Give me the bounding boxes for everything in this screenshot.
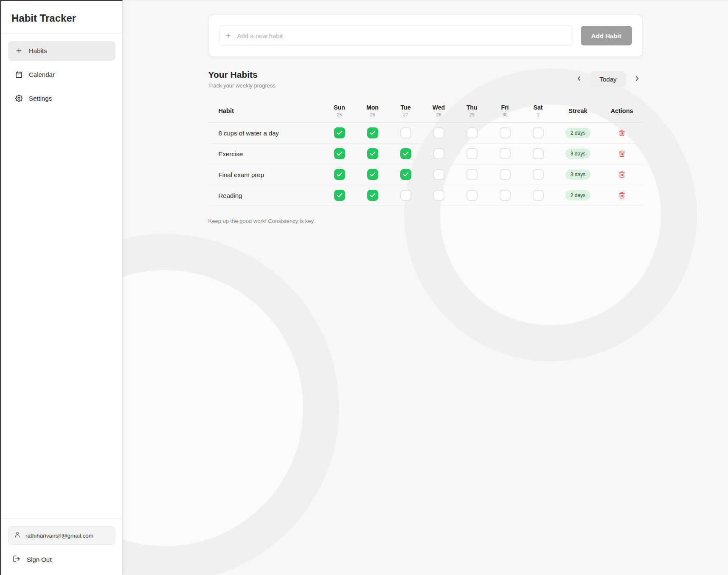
habit-checkbox[interactable] bbox=[433, 127, 444, 138]
habit-checkbox[interactable] bbox=[500, 127, 511, 138]
habit-checkbox[interactable] bbox=[367, 127, 378, 138]
plus-icon bbox=[15, 47, 22, 54]
habit-checkbox[interactable] bbox=[500, 148, 511, 159]
streak-badge: 2 days bbox=[565, 190, 590, 200]
sidebar-item-label: Calendar bbox=[29, 71, 55, 78]
streak-cell: 2 days bbox=[555, 190, 602, 200]
day-check-cell bbox=[422, 127, 455, 138]
habit-checkbox[interactable] bbox=[367, 169, 378, 180]
habit-checkbox[interactable] bbox=[533, 127, 544, 138]
sidebar-item-calendar[interactable]: Calendar bbox=[8, 65, 115, 85]
habit-name: Reading bbox=[208, 192, 323, 199]
previous-week-button[interactable] bbox=[573, 73, 585, 85]
sidebar-item-habits[interactable]: Habits bbox=[8, 41, 115, 61]
day-check-cell bbox=[455, 127, 489, 138]
day-name: Fri bbox=[489, 104, 522, 111]
habit-checkbox[interactable] bbox=[400, 148, 411, 159]
calendar-icon bbox=[15, 71, 22, 78]
habit-checkbox[interactable] bbox=[433, 169, 444, 180]
habit-name: 8 cups of water a day bbox=[208, 130, 323, 137]
habit-checkbox[interactable] bbox=[500, 190, 511, 201]
delete-habit-button[interactable] bbox=[617, 170, 627, 179]
day-check-cell bbox=[389, 148, 422, 159]
section-title: Your Habits bbox=[208, 70, 275, 80]
habit-checkbox[interactable] bbox=[400, 190, 411, 201]
check-icon bbox=[369, 192, 376, 199]
chevron-left-icon bbox=[575, 75, 583, 84]
habit-checkbox[interactable] bbox=[334, 127, 345, 138]
habit-checkbox[interactable] bbox=[400, 169, 411, 180]
day-check-cell bbox=[356, 190, 389, 201]
sidebar: Habit Tracker Habits Calendar Settings bbox=[0, 0, 123, 575]
day-check-cell bbox=[356, 148, 389, 159]
sidebar-item-label: Habits bbox=[29, 47, 47, 54]
day-check-cell bbox=[422, 190, 455, 201]
habit-checkbox[interactable] bbox=[533, 148, 544, 159]
chevron-right-icon bbox=[633, 75, 641, 84]
delete-habit-button[interactable] bbox=[617, 191, 627, 200]
habit-checkbox[interactable] bbox=[334, 148, 345, 159]
habit-checkbox[interactable] bbox=[334, 169, 345, 180]
streak-cell: 3 days bbox=[555, 149, 602, 159]
day-check-cell bbox=[356, 127, 389, 138]
sidebar-item-settings[interactable]: Settings bbox=[8, 88, 115, 108]
check-icon bbox=[369, 171, 376, 178]
habit-checkbox[interactable] bbox=[367, 190, 378, 201]
check-icon bbox=[402, 171, 409, 178]
check-icon bbox=[336, 192, 343, 199]
add-habit-input-wrap bbox=[219, 25, 573, 46]
check-icon bbox=[336, 150, 343, 157]
day-check-cell bbox=[422, 169, 455, 180]
trash-icon bbox=[618, 130, 625, 136]
habit-checkbox[interactable] bbox=[334, 190, 345, 201]
check-icon bbox=[369, 150, 376, 157]
sidebar-item-label: Settings bbox=[29, 95, 52, 102]
habit-checkbox[interactable] bbox=[433, 190, 444, 201]
day-date: 25 bbox=[323, 112, 356, 117]
habit-checkbox[interactable] bbox=[533, 190, 544, 201]
day-column-header-mon: Mon26 bbox=[356, 104, 389, 117]
day-check-cell bbox=[389, 127, 422, 138]
habit-checkbox[interactable] bbox=[467, 148, 478, 159]
actions-column-header: Actions bbox=[602, 107, 643, 114]
day-name: Sat bbox=[522, 104, 555, 111]
table-header-row: Habit Sun25Mon26Tue27Wed28Thu29Fri30Sat1… bbox=[208, 100, 643, 123]
motivation-note: Keep up the good work! Consistency is ke… bbox=[208, 218, 643, 224]
sign-out-button[interactable]: Sign Out bbox=[8, 555, 115, 564]
day-column-header-thu: Thu29 bbox=[455, 104, 489, 117]
habit-checkbox[interactable] bbox=[400, 127, 411, 138]
habit-checkbox[interactable] bbox=[533, 169, 544, 180]
check-icon bbox=[336, 130, 343, 136]
actions-cell bbox=[602, 170, 643, 180]
streak-column-header: Streak bbox=[555, 107, 602, 114]
day-date: 29 bbox=[455, 112, 489, 117]
delete-habit-button[interactable] bbox=[617, 149, 627, 158]
habit-checkbox[interactable] bbox=[467, 169, 478, 180]
day-check-cell bbox=[356, 169, 389, 180]
habit-checkbox[interactable] bbox=[500, 169, 511, 180]
next-week-button[interactable] bbox=[632, 73, 643, 85]
habit-checkbox[interactable] bbox=[467, 190, 478, 201]
week-navigation: Today bbox=[573, 71, 642, 87]
add-habit-button[interactable]: Add Habit bbox=[581, 26, 632, 45]
actions-cell bbox=[602, 191, 643, 200]
day-check-cell bbox=[522, 127, 555, 138]
day-check-cell bbox=[522, 148, 555, 159]
actions-cell bbox=[602, 149, 643, 159]
streak-badge: 2 days bbox=[565, 128, 590, 138]
day-column-header-tue: Tue27 bbox=[389, 104, 422, 117]
habit-checkbox[interactable] bbox=[467, 127, 478, 138]
trash-icon bbox=[618, 192, 625, 199]
day-date: 27 bbox=[389, 112, 422, 117]
habit-checkbox[interactable] bbox=[367, 148, 378, 159]
today-button[interactable]: Today bbox=[590, 71, 625, 87]
streak-badge: 3 days bbox=[565, 149, 590, 159]
check-icon bbox=[369, 130, 376, 136]
day-check-cell bbox=[389, 190, 422, 201]
day-name: Tue bbox=[389, 104, 422, 111]
delete-habit-button[interactable] bbox=[617, 128, 627, 138]
day-column-header-sun: Sun25 bbox=[323, 104, 356, 117]
table-row: Final exam prep3 days bbox=[208, 164, 643, 185]
habit-checkbox[interactable] bbox=[433, 148, 444, 159]
add-habit-input[interactable] bbox=[219, 25, 573, 46]
